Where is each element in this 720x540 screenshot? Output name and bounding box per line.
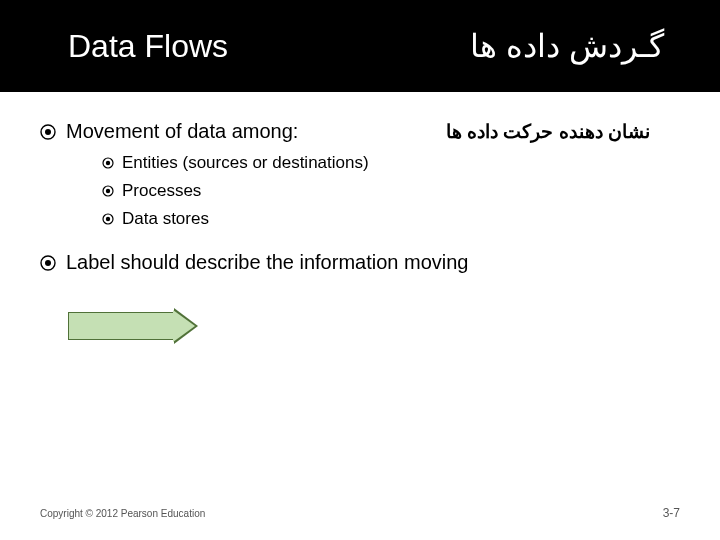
svg-point-9 <box>45 260 51 266</box>
target-bullet-icon <box>40 124 56 140</box>
copyright-text: Copyright © 2012 Pearson Education <box>40 508 205 519</box>
sub-bullet-text: Entities (sources or destinations) <box>122 153 369 173</box>
sub-bullet-item: Data stores <box>102 209 680 229</box>
bullet-item-1: Movement of data among: نشان دهنده حرکت … <box>40 120 680 143</box>
svg-point-5 <box>106 189 110 193</box>
sub-bullet-item: Processes <box>102 181 680 201</box>
sub-bullet-list: Entities (sources or destinations) Proce… <box>102 153 680 229</box>
bullet-text-2: Label should describe the information mo… <box>66 251 468 274</box>
target-bullet-icon <box>40 255 56 271</box>
arrow-body <box>68 312 174 340</box>
target-bullet-icon <box>102 185 114 197</box>
svg-point-7 <box>106 217 110 221</box>
arrow-head-fill <box>173 310 195 342</box>
target-bullet-icon <box>102 213 114 225</box>
slide-title-persian: گـردش داده ها <box>470 27 664 65</box>
bullet-text-1-english: Movement of data among: <box>66 120 298 143</box>
bullet-item-2: Label should describe the information mo… <box>40 251 680 274</box>
slide-content: Movement of data among: نشان دهنده حرکت … <box>0 92 720 274</box>
target-bullet-icon <box>102 157 114 169</box>
page-number: 3-7 <box>663 506 680 520</box>
sub-bullet-item: Entities (sources or destinations) <box>102 153 680 173</box>
slide-footer: Copyright © 2012 Pearson Education 3-7 <box>40 506 680 520</box>
data-flow-arrow-icon <box>68 312 198 340</box>
sub-bullet-text: Processes <box>122 181 201 201</box>
svg-point-3 <box>106 161 110 165</box>
slide-header: Data Flows گـردش داده ها <box>0 0 720 92</box>
bullet-text-1-persian: نشان دهنده حرکت داده ها <box>446 120 650 143</box>
sub-bullet-text: Data stores <box>122 209 209 229</box>
slide-title-english: Data Flows <box>68 28 228 65</box>
svg-point-1 <box>45 129 51 135</box>
